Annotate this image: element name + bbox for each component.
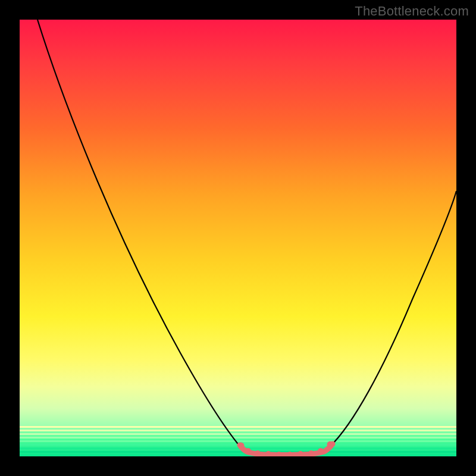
left-curve [37, 20, 243, 450]
svg-point-6 [298, 451, 303, 456]
right-curve [330, 191, 456, 446]
plot-area [20, 20, 456, 456]
svg-point-3 [265, 451, 271, 456]
chart-frame: TheBottleneck.com [0, 0, 476, 476]
watermark-text: TheBottleneck.com [355, 4, 469, 19]
svg-point-0 [238, 443, 245, 449]
svg-point-8 [318, 448, 324, 454]
svg-point-1 [245, 448, 251, 454]
svg-point-7 [308, 450, 314, 456]
curve-svg [20, 20, 456, 456]
svg-point-9 [327, 441, 334, 448]
svg-point-2 [255, 450, 261, 456]
